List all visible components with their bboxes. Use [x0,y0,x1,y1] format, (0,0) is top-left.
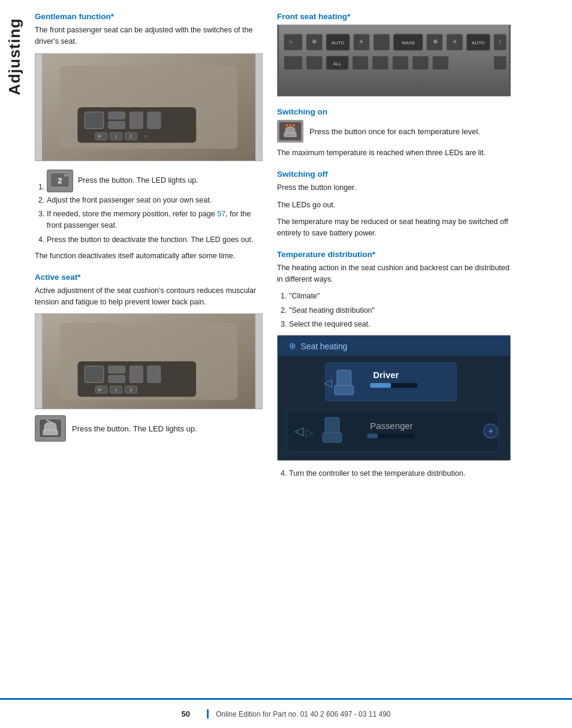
svg-point-64 [285,124,288,126]
temperature-distribution-section: Temperature distribution* The heating ac… [277,250,511,480]
svg-rect-21 [85,366,104,383]
gentleman-function-image: M 1 2 ↑↓ [35,53,263,161]
svg-text:☀: ☀ [452,38,457,45]
svg-rect-84 [367,434,378,439]
svg-rect-39 [374,34,390,51]
svg-text:AUTO: AUTO [472,40,485,46]
svg-rect-23 [109,376,125,383]
svg-text:2: 2 [58,176,62,185]
gentleman-step-3: If needed, store the memory position, re… [47,209,263,232]
switching-on-icon-row: Press the button once for each temperatu… [277,120,511,143]
svg-point-66 [293,124,295,126]
switching-on-section: Switching on [277,107,511,159]
switching-off-line1: Press the button longer. [277,182,511,194]
svg-rect-56 [493,56,507,70]
gentleman-steps-list: 2 Press the button. The LED lights up. A… [35,170,263,246]
sidebar-label: Adjusting [5,18,24,95]
svg-text:↕: ↕ [499,38,502,45]
svg-text:MAXθ: MAXθ [402,40,414,46]
svg-text:◁: ◁ [294,425,304,438]
active-seat-button-icon [35,415,66,442]
switching-off-title: Switching off [277,170,511,179]
svg-rect-72 [337,370,351,387]
svg-rect-47 [284,56,302,70]
front-seat-heating-title: Front seat heating* [277,12,511,21]
svg-rect-25 [147,366,161,383]
active-seat-icon-row: Press the button. The LED lights up. [35,415,263,442]
svg-text:+: + [488,427,493,436]
temp-dist-step-4: Turn the controller to set the temperatu… [289,468,511,479]
temp-dist-step-2: "Seat heating distribution" [289,305,511,316]
svg-text:AUTO: AUTO [332,40,345,46]
svg-rect-26 [95,386,107,394]
svg-text:M: M [98,388,101,392]
svg-rect-6 [130,111,143,128]
svg-text:Passenger: Passenger [370,422,413,431]
heat-button-icon [277,120,303,143]
sidebar: Adjusting [0,0,29,728]
temp-dist-body: The heating action in the seat cushion a… [277,262,511,285]
active-seat-section: Active seat* Active adjustment of the se… [35,273,263,442]
svg-text:☀: ☀ [359,38,364,45]
svg-text:1: 1 [115,134,118,138]
svg-text:⊕: ⊕ [289,341,296,351]
temp-dist-steps: "Climate" "Seat heating distribution" Se… [277,291,511,330]
active-seat-body: Active adjustment of the seat cushion's … [35,285,263,308]
temp-dist-step-3: Select the required seat. [289,319,511,330]
active-seat-icon-text: Press the button. The LED lights up. [72,424,197,433]
svg-rect-76 [370,383,391,388]
gentleman-footer: The function deactivates itself automati… [35,250,263,262]
svg-text:◁: ◁ [324,377,332,389]
svg-rect-80 [325,418,339,434]
svg-rect-22 [109,366,125,373]
gentleman-step-2: Adjust the front passenger seat on your … [47,195,263,206]
switching-on-icon-text: Press the button once for each temperatu… [309,127,480,136]
svg-rect-52 [372,56,389,70]
footer-page-number: 50 [181,709,189,718]
page-footer: 50 Online Edition for Part no. 01 40 2 6… [0,698,572,728]
gentleman-step-1: 2 Press the button. The LED lights up. [47,170,263,192]
svg-rect-7 [147,111,161,128]
svg-text:↑↓: ↑↓ [144,134,148,138]
svg-text:ALL: ALL [333,61,342,67]
svg-rect-8 [95,132,107,140]
switching-off-line3: The temperature may be reduced or seat h… [277,216,511,239]
svg-rect-48 [306,56,323,70]
main-content: Gentleman function* The front passenger … [29,0,572,728]
svg-rect-73 [335,386,354,395]
svg-text:❋: ❋ [312,38,317,45]
footer-inner: 50 Online Edition for Part no. 01 40 2 6… [181,709,390,718]
switching-on-title: Switching on [277,107,511,116]
svg-rect-55 [432,56,449,70]
svg-text:2: 2 [130,388,132,392]
active-seat-image: M 1 2 [35,313,263,409]
right-column: Front seat heating* [277,12,511,716]
gentleman-step-1-text: Press the button. The LED lights up. [78,175,198,186]
svg-rect-4 [109,111,125,119]
svg-rect-53 [392,56,409,70]
switching-on-body: The maximum temperature is reached when … [277,147,511,159]
svg-rect-3 [85,111,104,128]
page-link-57[interactable]: 57 [217,210,225,218]
page-container: Adjusting Gentleman function* The front … [0,0,572,728]
switching-off-line2: The LEDs go out. [277,200,511,211]
svg-text:≈: ≈ [289,38,293,45]
svg-rect-24 [130,366,143,383]
svg-rect-81 [323,433,342,443]
temp-dist-step-1: "Climate" [289,291,511,302]
memory-2-icon: 2 [47,170,73,192]
left-column: Gentleman function* The front passenger … [35,12,263,716]
svg-rect-17 [64,174,68,177]
footer-copyright-text: Online Edition for Part no. 01 40 2 606 … [216,710,391,718]
svg-text:▷: ▷ [305,427,314,439]
heating-control-image: AUTO MAXθ AUTO [277,25,511,96]
svg-rect-34 [284,34,302,51]
footer-num-block: 50 [181,709,208,718]
active-seat-title: Active seat* [35,273,263,282]
gentleman-step-4: Press the button to deactivate the funct… [47,234,263,246]
svg-rect-51 [352,56,369,70]
svg-text:1: 1 [115,388,118,392]
svg-point-65 [289,124,291,126]
switching-off-section: Switching off Press the button longer. T… [277,170,511,239]
svg-rect-5 [109,121,125,128]
